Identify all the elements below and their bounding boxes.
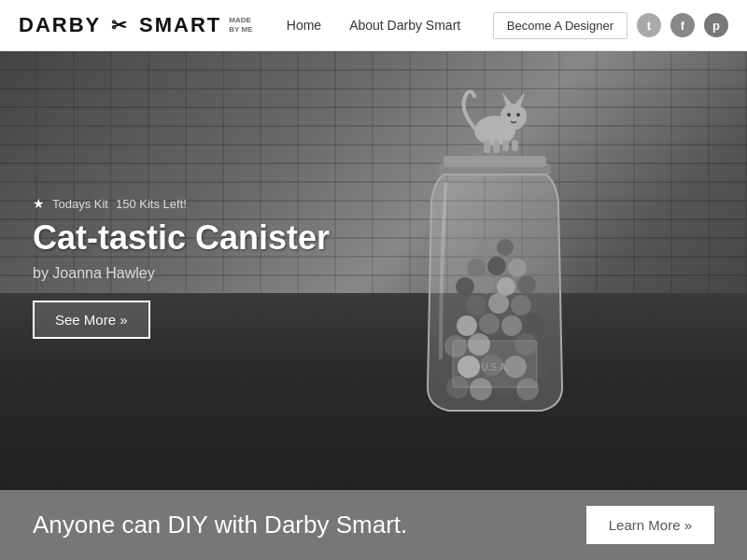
logo[interactable]: DARBY ✂ SMART MADE BY ME <box>19 13 253 37</box>
bottom-banner: Anyone can DIY with Darby Smart. Learn M… <box>0 490 747 560</box>
pinterest-icon[interactable]: p <box>704 13 728 37</box>
svg-point-24 <box>457 315 477 336</box>
hero-content: ★ Todays Kit 150 Kits Left! Cat-tastic C… <box>33 196 330 339</box>
nav-home[interactable]: Home <box>287 18 321 33</box>
svg-text:U.S.A.: U.S.A. <box>482 362 509 372</box>
become-designer-button[interactable]: Become A Designer <box>493 12 627 39</box>
svg-rect-7 <box>512 140 518 151</box>
svg-rect-4 <box>484 140 490 153</box>
logo-tagline: MADE BY ME <box>229 16 252 34</box>
star-icon: ★ <box>33 196 45 211</box>
svg-rect-6 <box>502 140 509 151</box>
svg-point-8 <box>507 113 511 117</box>
svg-point-32 <box>476 275 495 294</box>
svg-point-26 <box>501 315 522 336</box>
svg-point-39 <box>497 239 514 256</box>
main-nav: Home About Darby Smart <box>287 18 460 33</box>
todays-kit-text: Todays Kit <box>52 197 108 211</box>
svg-point-33 <box>497 277 515 296</box>
svg-point-28 <box>466 295 486 315</box>
svg-point-38 <box>477 241 494 258</box>
facebook-icon[interactable]: f <box>670 13 695 37</box>
svg-point-30 <box>511 295 531 315</box>
hero-image: U.S.A. <box>392 70 598 471</box>
kits-left-count: 150 Kits Left! <box>116 197 187 211</box>
svg-point-37 <box>508 259 527 277</box>
svg-point-29 <box>488 293 509 314</box>
twitter-icon[interactable]: t <box>637 13 661 37</box>
see-more-button[interactable]: See More » <box>33 301 150 339</box>
logo-scissors-icon: ✂ <box>111 15 129 35</box>
nav-about[interactable]: About Darby Smart <box>349 18 460 33</box>
svg-point-36 <box>487 257 506 275</box>
hero-author: by Joanna Hawley <box>33 265 330 282</box>
svg-point-34 <box>517 275 536 294</box>
header: DARBY ✂ SMART MADE BY ME Home About Darb… <box>0 0 747 51</box>
todays-kit-label: ★ Todays Kit 150 Kits Left! <box>33 196 330 211</box>
hero-section: U.S.A. ★ Todays Kit 150 Kits Left! Cat-t… <box>0 51 747 490</box>
logo-wordmark: DARBY ✂ SMART <box>19 13 221 37</box>
svg-marker-3 <box>515 92 525 105</box>
svg-rect-5 <box>493 140 500 153</box>
svg-point-9 <box>516 113 520 117</box>
banner-text: Anyone can DIY with Darby Smart. <box>33 511 558 539</box>
svg-rect-11 <box>444 156 546 167</box>
svg-point-25 <box>479 314 500 334</box>
svg-point-1 <box>500 104 527 130</box>
header-right: Become A Designer t f p <box>493 12 728 39</box>
logo-darby: DARBY <box>19 13 101 36</box>
svg-point-31 <box>456 277 474 296</box>
svg-marker-2 <box>502 92 512 105</box>
logo-smart: SMART <box>139 13 221 36</box>
learn-more-button[interactable]: Learn More » <box>586 506 714 544</box>
svg-point-27 <box>524 314 544 334</box>
hero-title: Cat-tastic Canister <box>33 218 330 258</box>
svg-point-35 <box>467 259 486 277</box>
